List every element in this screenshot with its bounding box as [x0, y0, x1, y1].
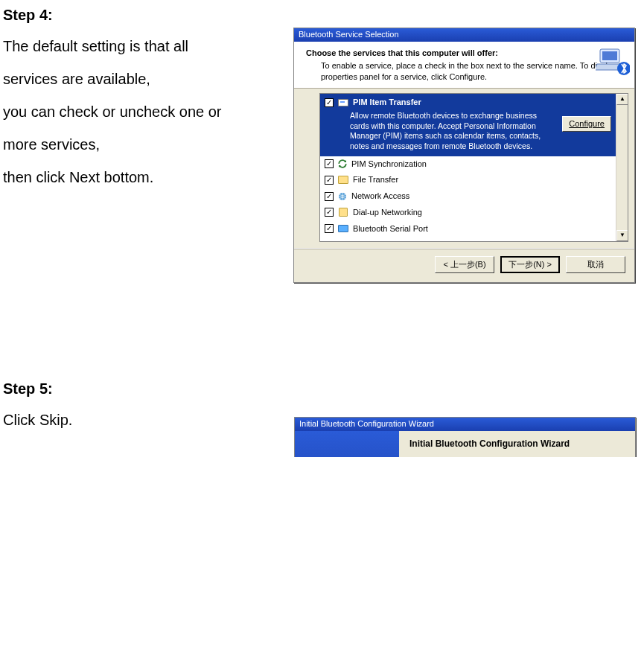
initial-bluetooth-configuration-wizard-dialog: Initial Bluetooth Configuration Wizard I… — [294, 417, 636, 457]
service-item-pim-synchronization[interactable]: ✓ PIM Synchronization — [320, 156, 616, 172]
dialog2-titlebar[interactable]: Initial Bluetooth Configuration Wizard — [295, 418, 635, 431]
checkbox-icon[interactable]: ✓ — [325, 159, 334, 168]
dialog1-header-title: Choose the services that this computer w… — [306, 48, 630, 59]
service-item-file-transfer[interactable]: ✓ File Transfer — [320, 172, 616, 188]
serial-port-icon — [337, 223, 349, 234]
dialog1-title-text: Bluetooth Service Selection — [299, 30, 399, 39]
dialog1-titlebar[interactable]: Bluetooth Service Selection — [294, 28, 634, 42]
service-name: Network Access — [351, 191, 409, 202]
dialog1-header-subtitle: To enable a service, place a check in th… — [321, 60, 630, 82]
step5-heading: Step 5: — [3, 378, 641, 399]
services-list-panel: ✓ PIM Item Transfer Allow remote Bluetoo… — [319, 93, 628, 242]
back-button[interactable]: < 上一步(B) — [435, 256, 494, 273]
phone-icon — [337, 206, 349, 218]
cancel-button[interactable]: 取消 — [566, 256, 625, 273]
wizard-body: Initial Bluetooth Configuration Wizard T… — [399, 431, 635, 457]
step4-line3: you can check or uncheck one or — [3, 101, 286, 122]
service-name: Bluetooth Serial Port — [353, 223, 428, 234]
next-button[interactable]: 下一步(N) > — [500, 256, 560, 273]
service-item-dial-up-networking[interactable]: ✓ Dial-up Networking — [320, 204, 616, 220]
dialog1-button-row: < 上一步(B) 下一步(N) > 取消 — [294, 248, 634, 282]
dialog1-header: Choose the services that this computer w… — [294, 42, 634, 89]
step4-line5: then click Next bottom. — [3, 167, 286, 188]
laptop-bluetooth-icon — [596, 46, 630, 79]
scroll-down-button[interactable]: ▼ — [616, 230, 628, 241]
network-icon — [337, 191, 348, 202]
checkbox-icon[interactable]: ✓ — [325, 208, 334, 217]
wizard-sidebar-graphic — [295, 431, 399, 457]
service-name: File Transfer — [353, 174, 398, 185]
sync-icon — [337, 159, 348, 169]
checkbox-icon[interactable]: ✓ — [325, 224, 334, 233]
dialog2-title-text: Initial Bluetooth Configuration Wizard — [299, 419, 434, 428]
folder-icon — [337, 174, 349, 186]
chevron-up-icon: ▲ — [619, 96, 625, 102]
bluetooth-service-selection-dialog: Bluetooth Service Selection Choose the s… — [293, 28, 635, 283]
configure-button[interactable]: Configure — [562, 116, 611, 132]
checkbox-icon[interactable]: ✓ — [325, 98, 334, 107]
service-item-bluetooth-serial-port[interactable]: ✓ Bluetooth Serial Port — [320, 220, 616, 237]
service-item-network-access[interactable]: ✓ Network Access — [320, 188, 616, 204]
checkbox-icon[interactable]: ✓ — [325, 192, 334, 201]
step4-line1: The default setting is that all — [3, 36, 286, 57]
step4-line4: more services, — [3, 134, 286, 155]
business-card-icon — [337, 97, 349, 109]
service-name: PIM Synchronization — [351, 159, 427, 170]
svg-rect-1 — [602, 51, 617, 60]
service-item-pim-item-transfer[interactable]: ✓ PIM Item Transfer Allow remote Bluetoo… — [320, 94, 616, 156]
scroll-up-button[interactable]: ▲ — [616, 94, 628, 105]
wizard-body-title: Initial Bluetooth Configuration Wizard — [409, 438, 626, 450]
chevron-down-icon: ▼ — [619, 232, 625, 238]
checkbox-icon[interactable]: ✓ — [325, 176, 334, 185]
service-name: Dial-up Networking — [353, 207, 422, 218]
scrollbar[interactable]: ▲ ▼ — [616, 94, 628, 241]
step4-heading: Step 4: — [3, 4, 286, 25]
service-name: PIM Item Transfer — [353, 97, 421, 108]
step4-line2: services are available, — [3, 68, 286, 89]
